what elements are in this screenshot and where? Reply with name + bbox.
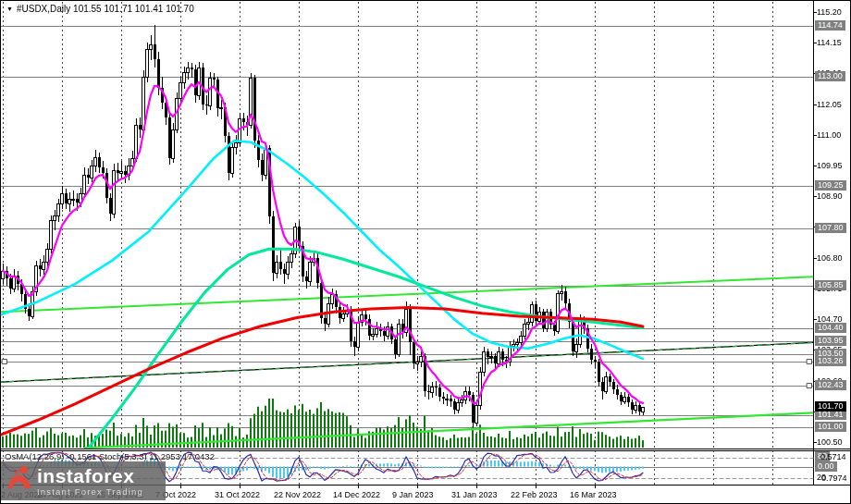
level-price-label: 103.26 — [815, 356, 846, 366]
level-price-label: 105.85 — [815, 280, 846, 290]
price-tick-label: 115.20 — [817, 7, 842, 17]
osma-min-label: 0.7974 — [821, 473, 847, 483]
osma-max-label: 0.5714 — [820, 452, 846, 461]
price-tick-label: 114.15 — [817, 38, 842, 47]
logo-brand-text: instaforex — [37, 466, 143, 486]
date-tick-label: 9 Jan 2023 — [392, 490, 434, 499]
level-price-label: 103.95 — [815, 336, 846, 346]
level-price-label: 107.80 — [815, 223, 846, 233]
symbol-ohlc-text: #USDX,Daily 101.55 101.71 101.41 101.70 — [17, 4, 194, 14]
indicator-label: OsMA(12,26,9) -0.1561 Stoch(5,3,3) 11.29… — [5, 452, 215, 461]
date-tick-label: 31 Oct 2022 — [215, 490, 260, 499]
instaforex-watermark: instaforex Instant Forex Trading — [1, 461, 166, 500]
date-tick-label: 22 Feb 2023 — [511, 490, 558, 499]
price-tick-label: 112.05 — [817, 100, 842, 109]
level-price-label: 101.00 — [815, 422, 846, 432]
level-price-label: 113.00 — [815, 71, 845, 81]
instaforex-logo-icon — [6, 463, 33, 491]
chart-canvas[interactable] — [1, 1, 851, 504]
logo-subtitle-text: Instant Forex Trading — [37, 486, 143, 497]
chart-window: ▼#USDX,Daily 101.55 101.71 101.41 101.70… — [0, 0, 851, 504]
date-tick-label: 16 Mar 2023 — [570, 490, 617, 499]
price-tick-label: 111.00 — [817, 130, 841, 140]
date-tick-label: 22 Nov 2022 — [274, 490, 321, 499]
level-price-label: 102.43 — [815, 380, 846, 390]
current-price-label: 101.70 — [815, 401, 846, 412]
date-tick-label: 31 Jan 2023 — [451, 490, 498, 499]
level-price-label: 114.74 — [815, 20, 845, 31]
level-price-label: 109.25 — [815, 180, 846, 191]
symbol-title: ▼#USDX,Daily 101.55 101.71 101.41 101.70 — [6, 5, 194, 14]
price-tick-label: 100.50 — [817, 437, 843, 447]
collapse-arrow-icon[interactable]: ▼ — [6, 6, 13, 12]
osma-zero-label: 0.00 — [815, 461, 837, 472]
date-tick-label: 14 Dec 2022 — [333, 490, 380, 499]
level-price-label: 104.40 — [815, 323, 846, 333]
price-tick-label: 108.90 — [817, 191, 843, 201]
price-tick-label: 109.95 — [817, 161, 843, 170]
price-tick-label: 106.80 — [817, 253, 843, 263]
